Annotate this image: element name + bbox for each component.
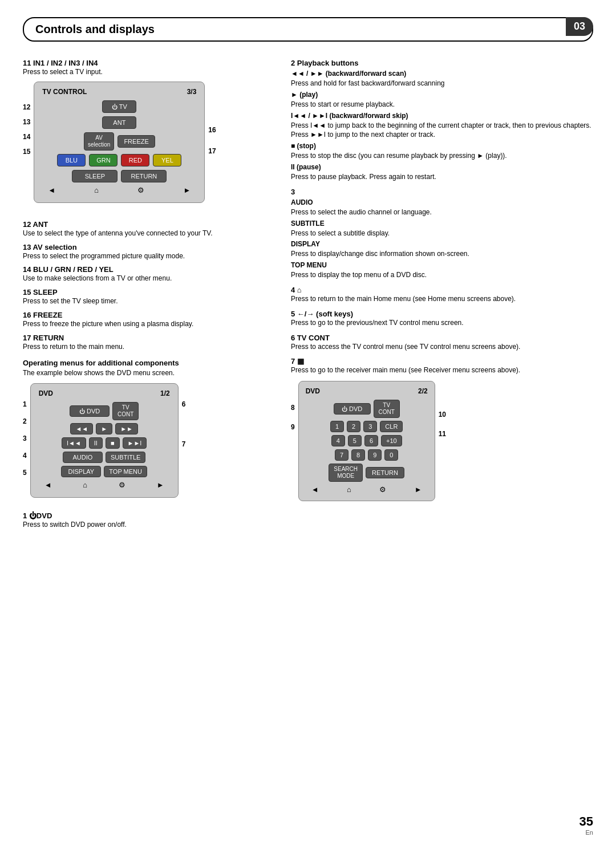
- tv-remote-header: TV CONTROL 3/3: [42, 88, 196, 96]
- return-btn[interactable]: RETURN: [121, 170, 167, 182]
- item-2-sub3: I◄◄ / ►►I (backward/forward skip): [291, 112, 593, 120]
- num2-btn[interactable]: 2: [347, 421, 360, 432]
- plus10-btn[interactable]: +10: [381, 435, 402, 446]
- callout-17: 17: [208, 147, 216, 155]
- dvd2-arrow-left-icon: ◄: [311, 485, 319, 494]
- item-3-number: 3: [291, 188, 593, 196]
- page: Controls and displays 03 11 IN1 / IN2 / …: [0, 0, 616, 845]
- item-16: 16 FREEZE Press to freeze the picture wh…: [23, 311, 268, 329]
- callout-dvd-3: 3: [23, 434, 27, 442]
- subtitle-title: SUBTITLE: [291, 220, 593, 228]
- topmenu-desc: Press to display the top menu of a DVD d…: [291, 270, 593, 280]
- topmenu-title: TOP MENU: [291, 261, 593, 269]
- dvd-power-btn[interactable]: ⏻ DVD: [70, 405, 110, 417]
- callout-9: 9: [291, 423, 295, 431]
- item-1-dvd: 1 ⏻DVD Press to switch DVD power on/off.: [23, 511, 268, 530]
- yel-btn[interactable]: YEL: [153, 154, 181, 166]
- item-6-tvcont: 6 TV CONT Press to access the TV control…: [291, 334, 593, 352]
- item-4-number: 4 ⌂: [291, 286, 593, 294]
- dvd2-label: DVD: [306, 387, 320, 395]
- num5-btn[interactable]: 5: [348, 435, 362, 446]
- topmenu-btn[interactable]: TOP MENU: [104, 466, 147, 477]
- num9-btn[interactable]: 9: [368, 449, 382, 461]
- audio-title: AUDIO: [291, 198, 593, 206]
- clr-btn[interactable]: CLR: [380, 421, 403, 432]
- stop-btn[interactable]: ■: [106, 437, 120, 449]
- item-11-desc: Press to select a TV input.: [23, 68, 103, 76]
- skipfwd-btn[interactable]: ►►I: [123, 437, 147, 449]
- grn-btn[interactable]: GRN: [89, 154, 117, 166]
- callout-dvd-4: 4: [23, 452, 27, 460]
- item-4-home: 4 ⌂ Press to return to the main Home men…: [291, 286, 593, 304]
- dvd-remote-header: DVD 1/2: [39, 389, 170, 397]
- tv-btn[interactable]: ⏻ TV: [102, 100, 136, 113]
- item-4-desc: Press to return to the main Home menu (s…: [291, 294, 593, 304]
- search-mode-btn[interactable]: SEARCHMODE: [329, 464, 363, 482]
- callout-8: 8: [291, 404, 295, 412]
- dvd2-page: 2/2: [418, 387, 428, 395]
- play-btn[interactable]: ►: [96, 423, 112, 434]
- num8-btn[interactable]: 8: [351, 449, 365, 461]
- item-12-title: 12 ANT: [23, 220, 48, 229]
- red-btn[interactable]: RED: [121, 154, 149, 166]
- callout-14: 14: [23, 133, 30, 141]
- rewind-btn[interactable]: ◄◄: [70, 423, 93, 434]
- item-2-title: Playback buttons: [297, 59, 359, 67]
- left-callouts: 12 13 14 15: [23, 103, 34, 156]
- dvd2-power-btn[interactable]: ⏻ DVD: [334, 403, 371, 415]
- blu-btn[interactable]: BLU: [57, 154, 86, 166]
- audio-btn[interactable]: AUDIO: [63, 452, 103, 463]
- callout-12: 12: [23, 103, 30, 111]
- tv-row-4: BLU GRN RED YEL: [42, 154, 196, 166]
- arrow-right-icon: ►: [183, 186, 191, 194]
- tv-icons-row: ◄ ⌂ ⚙ ►: [42, 186, 196, 194]
- item-11: 11 IN1 / IN2 / IN3 / IN4 Press to select…: [23, 59, 268, 77]
- dvd-icons-row: ◄ ⌂ ⚙ ►: [39, 481, 170, 489]
- callout-13: 13: [23, 118, 30, 126]
- pause-btn[interactable]: II: [89, 437, 103, 449]
- num4-btn[interactable]: 4: [331, 435, 345, 446]
- skipback-btn[interactable]: I◄◄: [62, 437, 86, 449]
- subtitle-btn[interactable]: SUBTITLE: [106, 452, 146, 463]
- dvd2-icons-row: ◄ ⌂ ⚙ ►: [306, 485, 428, 494]
- dvd2-return-btn[interactable]: RETURN: [366, 467, 404, 478]
- tv-row-2: ANT: [42, 116, 196, 129]
- item-14-title: 14 BLU / GRN / RED / YEL: [23, 265, 114, 274]
- tv-cont-btn[interactable]: TVCONT: [112, 402, 139, 420]
- receiver-symbol: ▦: [297, 357, 304, 365]
- item-2-sub5: II (pause): [291, 163, 593, 171]
- item-5-softkeys: 5 ←/→ (soft keys) Press to go to the pre…: [291, 310, 593, 328]
- dvd2-right-callouts: 10 11: [435, 411, 446, 438]
- tv-remote-label: TV CONTROL: [42, 88, 87, 96]
- num6-btn[interactable]: 6: [364, 435, 378, 446]
- dvd-remote2-diagram: 8 9 DVD 2/2 ⏻ DVD TVCONT: [291, 381, 593, 501]
- ant-btn[interactable]: ANT: [102, 116, 136, 129]
- dvd-row-3: I◄◄ II ■ ►►I: [39, 437, 170, 449]
- num7-btn[interactable]: 7: [335, 449, 348, 461]
- num1-btn[interactable]: 1: [330, 421, 344, 432]
- callout-dvd-7: 7: [182, 440, 186, 448]
- display-desc: Press to display/change disc information…: [291, 249, 593, 259]
- sleep-btn[interactable]: SLEEP: [72, 170, 117, 182]
- display-btn[interactable]: DISPLAY: [61, 466, 101, 477]
- item-17-title: 17 RETURN: [23, 334, 64, 342]
- settings-icon: ⚙: [137, 186, 144, 194]
- audio-desc: Press to select the audio channel or lan…: [291, 208, 593, 217]
- av-selection-btn[interactable]: AVselection: [84, 132, 114, 151]
- content-area: 11 IN1 / IN2 / IN3 / IN4 Press to select…: [23, 59, 593, 534]
- dvd-arrow-right-icon: ►: [157, 481, 164, 489]
- fastfwd-btn[interactable]: ►►: [115, 423, 138, 434]
- dvd-row-1: ⏻ DVD TVCONT: [39, 402, 170, 420]
- freeze-btn[interactable]: FREEZE: [117, 135, 155, 148]
- item-2-sub4: ■ (stop): [291, 142, 593, 150]
- home-icon: ⌂: [94, 186, 99, 194]
- dvd2-num-row2: 4 5 6 +10: [306, 435, 428, 446]
- page-number: 35: [579, 814, 593, 829]
- item-13: 13 AV selection Press to select the prog…: [23, 243, 268, 261]
- dvd2-num-row3: 7 8 9 0: [306, 449, 428, 461]
- dvd2-tvcont-btn[interactable]: TVCONT: [374, 400, 400, 418]
- num0-btn[interactable]: 0: [384, 449, 398, 461]
- num3-btn[interactable]: 3: [363, 421, 377, 432]
- dvd2-home-icon: ⌂: [347, 485, 351, 494]
- item-7-desc: Press to go to the receiver main menu (s…: [291, 365, 593, 375]
